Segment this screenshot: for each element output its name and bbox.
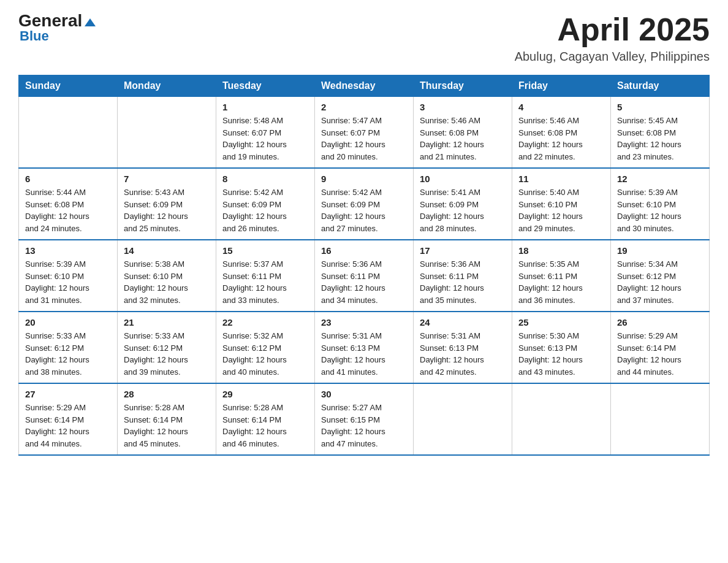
day-number: 24	[420, 317, 506, 327]
day-info: Sunrise: 5:39 AM Sunset: 6:10 PM Dayligh…	[617, 186, 703, 234]
calendar-cell: 21Sunrise: 5:33 AM Sunset: 6:12 PM Dayli…	[118, 312, 216, 383]
day-number: 11	[518, 174, 604, 184]
day-number: 14	[124, 245, 210, 256]
logo: General Blue	[18, 12, 96, 44]
day-info: Sunrise: 5:31 AM Sunset: 6:13 PM Dayligh…	[321, 330, 407, 378]
day-info: Sunrise: 5:45 AM Sunset: 6:08 PM Dayligh…	[617, 115, 703, 163]
day-number: 15	[222, 245, 308, 256]
day-number: 28	[124, 389, 210, 399]
calendar-cell: 8Sunrise: 5:42 AM Sunset: 6:09 PM Daylig…	[216, 168, 315, 240]
calendar-cell: 25Sunrise: 5:30 AM Sunset: 6:13 PM Dayli…	[512, 312, 611, 383]
calendar-cell: 14Sunrise: 5:38 AM Sunset: 6:10 PM Dayli…	[118, 240, 216, 312]
calendar-cell: 11Sunrise: 5:40 AM Sunset: 6:10 PM Dayli…	[512, 168, 611, 240]
calendar-table: SundayMondayTuesdayWednesdayThursdayFrid…	[18, 75, 710, 456]
day-number: 21	[124, 317, 210, 327]
calendar-cell	[512, 383, 611, 455]
calendar-cell: 3Sunrise: 5:46 AM Sunset: 6:08 PM Daylig…	[414, 97, 512, 169]
calendar-cell: 9Sunrise: 5:42 AM Sunset: 6:09 PM Daylig…	[315, 168, 414, 240]
day-number: 8	[222, 174, 308, 184]
day-number: 7	[124, 174, 210, 184]
day-info: Sunrise: 5:38 AM Sunset: 6:10 PM Dayligh…	[124, 258, 210, 306]
day-number: 29	[222, 389, 308, 399]
logo-top: General	[18, 12, 96, 29]
day-info: Sunrise: 5:41 AM Sunset: 6:09 PM Dayligh…	[420, 186, 506, 234]
day-info: Sunrise: 5:33 AM Sunset: 6:12 PM Dayligh…	[124, 330, 210, 378]
calendar-week-row: 13Sunrise: 5:39 AM Sunset: 6:10 PM Dayli…	[19, 240, 710, 312]
day-number: 17	[420, 245, 506, 256]
calendar-week-row: 27Sunrise: 5:29 AM Sunset: 6:14 PM Dayli…	[19, 383, 710, 455]
title-block: April 2025 Abulug, Cagayan Valley, Phili…	[515, 12, 710, 64]
calendar-cell: 26Sunrise: 5:29 AM Sunset: 6:14 PM Dayli…	[611, 312, 710, 383]
day-info: Sunrise: 5:29 AM Sunset: 6:14 PM Dayligh…	[25, 402, 111, 450]
day-info: Sunrise: 5:40 AM Sunset: 6:10 PM Dayligh…	[518, 186, 604, 234]
weekday-header-tuesday: Tuesday	[216, 75, 315, 97]
day-info: Sunrise: 5:44 AM Sunset: 6:08 PM Dayligh…	[25, 186, 111, 234]
calendar-cell: 4Sunrise: 5:46 AM Sunset: 6:08 PM Daylig…	[512, 97, 611, 169]
day-number: 5	[617, 102, 703, 112]
weekday-header-friday: Friday	[512, 75, 611, 97]
day-info: Sunrise: 5:27 AM Sunset: 6:15 PM Dayligh…	[321, 402, 407, 450]
calendar-cell: 10Sunrise: 5:41 AM Sunset: 6:09 PM Dayli…	[414, 168, 512, 240]
calendar-cell: 19Sunrise: 5:34 AM Sunset: 6:12 PM Dayli…	[611, 240, 710, 312]
location-title: Abulug, Cagayan Valley, Philippines	[515, 50, 710, 64]
day-info: Sunrise: 5:28 AM Sunset: 6:14 PM Dayligh…	[222, 402, 308, 450]
day-number: 3	[420, 102, 506, 112]
day-info: Sunrise: 5:46 AM Sunset: 6:08 PM Dayligh…	[518, 115, 604, 163]
calendar-cell	[414, 383, 512, 455]
day-number: 10	[420, 174, 506, 184]
day-info: Sunrise: 5:34 AM Sunset: 6:12 PM Dayligh…	[617, 258, 703, 306]
calendar-cell: 17Sunrise: 5:36 AM Sunset: 6:11 PM Dayli…	[414, 240, 512, 312]
day-number: 22	[222, 317, 308, 327]
calendar-cell: 29Sunrise: 5:28 AM Sunset: 6:14 PM Dayli…	[216, 383, 315, 455]
calendar-body: 1Sunrise: 5:48 AM Sunset: 6:07 PM Daylig…	[19, 97, 710, 456]
day-info: Sunrise: 5:33 AM Sunset: 6:12 PM Dayligh…	[25, 330, 111, 378]
weekday-header-sunday: Sunday	[19, 75, 118, 97]
day-number: 9	[321, 174, 407, 184]
calendar-cell: 6Sunrise: 5:44 AM Sunset: 6:08 PM Daylig…	[19, 168, 118, 240]
day-info: Sunrise: 5:37 AM Sunset: 6:11 PM Dayligh…	[222, 258, 308, 306]
day-info: Sunrise: 5:31 AM Sunset: 6:13 PM Dayligh…	[420, 330, 506, 378]
calendar-cell	[19, 97, 118, 169]
day-number: 18	[518, 245, 604, 256]
calendar-cell: 18Sunrise: 5:35 AM Sunset: 6:11 PM Dayli…	[512, 240, 611, 312]
calendar-cell: 2Sunrise: 5:47 AM Sunset: 6:07 PM Daylig…	[315, 97, 414, 169]
weekday-header-thursday: Thursday	[414, 75, 512, 97]
page-header: General Blue April 2025 Abulug, Cagayan …	[18, 12, 710, 64]
calendar-cell: 1Sunrise: 5:48 AM Sunset: 6:07 PM Daylig…	[216, 97, 315, 169]
calendar-cell	[118, 97, 216, 169]
day-number: 20	[25, 317, 111, 327]
calendar-cell: 28Sunrise: 5:28 AM Sunset: 6:14 PM Dayli…	[118, 383, 216, 455]
weekday-header-row: SundayMondayTuesdayWednesdayThursdayFrid…	[19, 75, 710, 97]
day-number: 23	[321, 317, 407, 327]
calendar-cell: 22Sunrise: 5:32 AM Sunset: 6:12 PM Dayli…	[216, 312, 315, 383]
weekday-header-saturday: Saturday	[611, 75, 710, 97]
logo-bottom: Blue	[18, 28, 49, 44]
day-info: Sunrise: 5:46 AM Sunset: 6:08 PM Dayligh…	[420, 115, 506, 163]
day-number: 6	[25, 174, 111, 184]
day-info: Sunrise: 5:48 AM Sunset: 6:07 PM Dayligh…	[222, 115, 308, 163]
day-info: Sunrise: 5:42 AM Sunset: 6:09 PM Dayligh…	[222, 186, 308, 234]
calendar-cell: 7Sunrise: 5:43 AM Sunset: 6:09 PM Daylig…	[118, 168, 216, 240]
day-info: Sunrise: 5:35 AM Sunset: 6:11 PM Dayligh…	[518, 258, 604, 306]
calendar-week-row: 20Sunrise: 5:33 AM Sunset: 6:12 PM Dayli…	[19, 312, 710, 383]
day-number: 25	[518, 317, 604, 327]
calendar-cell	[611, 383, 710, 455]
calendar-cell: 30Sunrise: 5:27 AM Sunset: 6:15 PM Dayli…	[315, 383, 414, 455]
weekday-header-monday: Monday	[118, 75, 216, 97]
calendar-cell: 13Sunrise: 5:39 AM Sunset: 6:10 PM Dayli…	[19, 240, 118, 312]
month-title: April 2025	[515, 12, 710, 47]
day-info: Sunrise: 5:36 AM Sunset: 6:11 PM Dayligh…	[420, 258, 506, 306]
day-info: Sunrise: 5:36 AM Sunset: 6:11 PM Dayligh…	[321, 258, 407, 306]
logo-triangle-icon	[85, 18, 96, 26]
day-number: 27	[25, 389, 111, 399]
calendar-cell: 23Sunrise: 5:31 AM Sunset: 6:13 PM Dayli…	[315, 312, 414, 383]
calendar-cell: 15Sunrise: 5:37 AM Sunset: 6:11 PM Dayli…	[216, 240, 315, 312]
day-info: Sunrise: 5:29 AM Sunset: 6:14 PM Dayligh…	[617, 330, 703, 378]
day-number: 12	[617, 174, 703, 184]
day-info: Sunrise: 5:47 AM Sunset: 6:07 PM Dayligh…	[321, 115, 407, 163]
calendar-week-row: 6Sunrise: 5:44 AM Sunset: 6:08 PM Daylig…	[19, 168, 710, 240]
day-number: 13	[25, 245, 111, 256]
day-info: Sunrise: 5:28 AM Sunset: 6:14 PM Dayligh…	[124, 402, 210, 450]
day-number: 2	[321, 102, 407, 112]
day-info: Sunrise: 5:32 AM Sunset: 6:12 PM Dayligh…	[222, 330, 308, 378]
